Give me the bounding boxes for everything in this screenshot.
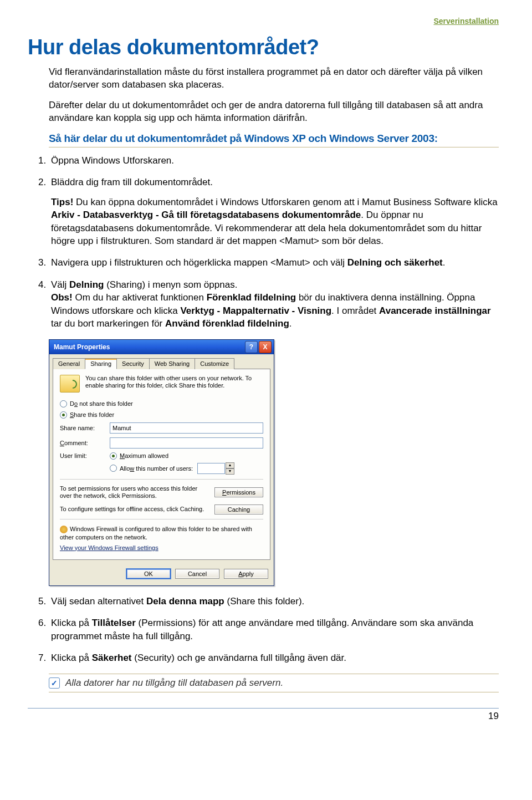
check-icon: ✓: [49, 677, 60, 689]
label-comment: Comment:: [60, 440, 110, 446]
tips-block: Tips! Du kan öppna dokumentområdet i Win…: [51, 196, 499, 248]
label-user-limit: User limit:: [60, 452, 110, 459]
label-share-name: Share name:: [60, 425, 110, 431]
spin-user-count[interactable]: ▲▼: [197, 462, 234, 475]
tab-customize[interactable]: Customize: [195, 358, 234, 369]
permissions-text: To set permissions for users who access …: [60, 485, 208, 501]
input-share-name[interactable]: [110, 422, 263, 434]
radio-icon: [110, 465, 117, 472]
cancel-button[interactable]: Cancel: [175, 569, 219, 579]
radio-selected-icon: [110, 452, 117, 460]
tips-label: Tips!: [51, 197, 73, 207]
dialog-title: Mamut Properties: [54, 343, 110, 351]
step-1: Öppna Windows Utforskaren.: [49, 154, 499, 167]
breadcrumb: Serverinstallation: [28, 17, 499, 26]
page-title: Hur delas dokumentområdet?: [28, 35, 499, 59]
step-4: Välj Delning (Sharing) i menyn som öppna…: [49, 278, 499, 330]
dialog-info-text: You can share this folder with other use…: [85, 375, 263, 393]
radio-selected-icon: [60, 411, 67, 419]
step-6: Klicka på Tillåtelser (Permissions) för …: [49, 616, 499, 643]
tab-general[interactable]: General: [53, 358, 85, 369]
firewall-settings-link[interactable]: View your Windows Firewall settings: [60, 544, 158, 551]
tab-security[interactable]: Security: [116, 358, 150, 369]
properties-dialog: Mamut Properties ? X General Sharing Sec…: [49, 339, 274, 586]
intro-paragraph-2: Därefter delar du ut dokumentområdet och…: [49, 99, 499, 125]
help-icon[interactable]: ?: [245, 341, 258, 353]
radio-do-not-share[interactable]: Do not share this folder: [60, 400, 263, 407]
dialog-tabs: General Sharing Security Web Sharing Cus…: [49, 354, 274, 369]
step-7: Klicka på Säkerhet (Security) och ge anv…: [49, 651, 499, 664]
caching-button[interactable]: Caching: [214, 505, 263, 514]
final-note: ✓ Alla datorer har nu tillgång till data…: [49, 674, 499, 692]
radio-max-allowed[interactable]: Maximum allowed: [110, 452, 263, 460]
steps-list: Öppna Windows Utforskaren. Bläddra dig f…: [28, 154, 499, 330]
close-icon[interactable]: X: [259, 341, 272, 353]
dialog-body: You can share this folder with other use…: [53, 369, 270, 560]
intro-paragraph-1: Vid fleranvändarinstallation måste du fö…: [49, 66, 499, 91]
caching-text: To configure settings for offline access…: [60, 506, 208, 513]
tab-web-sharing[interactable]: Web Sharing: [149, 358, 195, 369]
radio-share-folder[interactable]: Share this folder: [60, 411, 263, 419]
final-note-text: Alla datorer har nu tillgång till databa…: [65, 677, 283, 689]
apply-button[interactable]: Apply: [224, 569, 268, 579]
firewall-icon: [60, 526, 68, 533]
folder-share-icon: [60, 375, 80, 393]
tab-sharing[interactable]: Sharing: [85, 358, 117, 369]
dialog-titlebar[interactable]: Mamut Properties ? X: [49, 340, 274, 354]
step-3: Navigera upp i filstrukturen och högerkl…: [49, 256, 499, 269]
input-comment[interactable]: [110, 437, 263, 449]
page-number: 19: [28, 708, 499, 722]
step-2-text: Bläddra dig fram till dokumentområdet.: [51, 176, 499, 188]
permissions-button[interactable]: Permissions: [214, 487, 263, 497]
section-subheading: Så här delar du ut dokumentområdet på Wi…: [49, 133, 499, 147]
firewall-note: Windows Firewall is configured to allow …: [60, 525, 263, 552]
step-5: Välj sedan alternativet Dela denna mapp …: [49, 595, 499, 608]
steps-list-cont: Välj sedan alternativet Dela denna mapp …: [28, 595, 499, 665]
step-2: Bläddra dig fram till dokumentområdet. T…: [49, 176, 499, 247]
radio-icon: [60, 400, 67, 407]
radio-allow-number[interactable]: Allow this number of users: ▲▼: [110, 462, 263, 475]
dialog-button-row: OK Cancel Apply: [49, 563, 274, 585]
ok-button[interactable]: OK: [126, 569, 171, 579]
